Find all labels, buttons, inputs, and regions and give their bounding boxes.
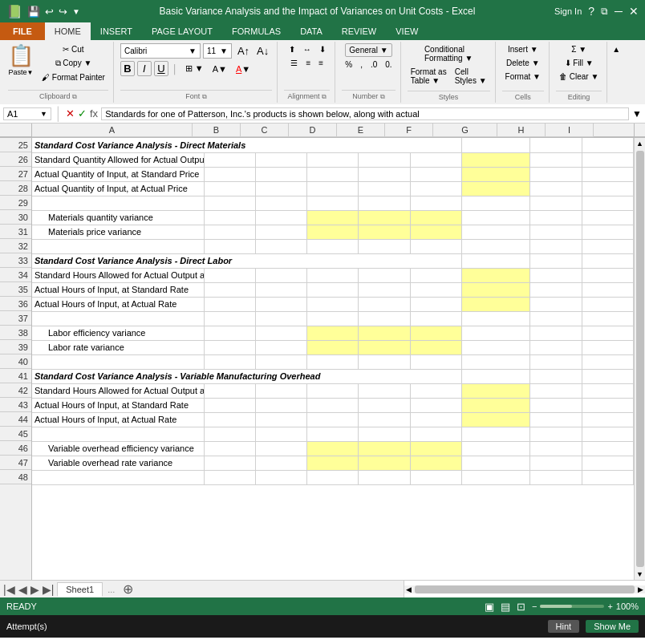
tab-nav-prev[interactable]: ◀ [18,583,27,596]
cell-D47[interactable] [307,456,359,470]
cell-A46[interactable]: Variable overhead efficiency variance [32,441,204,456]
cell-C36[interactable] [255,297,306,311]
cell-I47[interactable] [582,456,633,470]
cell-B43[interactable] [204,398,255,412]
decrease-font-size-button[interactable]: A↓ [254,43,272,59]
cell-E42[interactable] [359,383,410,398]
col-header-G[interactable]: G [433,124,497,137]
cell-G44[interactable] [461,412,530,427]
cell-H31[interactable] [530,225,582,239]
cell-E31[interactable] [359,225,410,239]
paste-button[interactable]: 📋 Paste ▼ [8,43,34,76]
cell-B46[interactable] [204,441,255,456]
fill-color-button[interactable]: A▼ [209,63,230,75]
undo-icon[interactable]: ↩ [45,6,54,18]
cell-D40[interactable] [307,354,359,369]
row-header-35[interactable]: 35 [0,282,31,297]
cell-B30[interactable] [204,210,255,225]
cell-C38[interactable] [255,326,306,340]
cell-I43[interactable] [582,398,633,412]
cell-H38[interactable] [530,326,582,340]
align-top-button[interactable]: ⬆ [286,43,298,55]
cell-B35[interactable] [204,282,255,297]
cell-B45[interactable] [204,427,255,441]
cell-F35[interactable] [410,282,461,297]
cell-F36[interactable] [410,297,461,311]
comma-button[interactable]: , [357,59,366,71]
cell-H47[interactable] [530,456,582,470]
cell-A35[interactable]: Actual Hours of Input, at Standard Rate [32,282,204,297]
zoom-out-button[interactable]: − [532,601,537,611]
cell-H33[interactable] [530,253,582,268]
ribbon-collapse-button[interactable]: ▲ [609,43,623,55]
cell-A32[interactable] [32,239,204,253]
cell-B48[interactable] [204,470,255,484]
cell-B29[interactable] [204,196,255,210]
row-header-42[interactable]: 42 [0,383,31,398]
bold-button[interactable]: B [120,61,135,76]
cell-C42[interactable] [255,383,306,398]
scroll-left-button[interactable]: ◀ [404,585,413,593]
zoom-in-button[interactable]: + [607,601,612,611]
cell-B32[interactable] [204,239,255,253]
cell-F28[interactable] [410,181,461,196]
cell-E34[interactable] [359,268,410,282]
align-right-button[interactable]: ≡ [315,57,327,69]
cell-C31[interactable] [255,225,306,239]
number-format-selector[interactable]: General ▼ [345,43,391,57]
cell-D38[interactable] [307,326,359,340]
row-header-30[interactable]: 30 [0,210,31,225]
cell-G28[interactable] [461,181,530,196]
cell-E30[interactable] [359,210,410,225]
cell-F32[interactable] [410,239,461,253]
cell-A27[interactable]: Actual Quantity of Input, at Standard Pr… [32,167,204,181]
tab-review[interactable]: REVIEW [332,22,386,40]
restore-icon[interactable]: ⧉ [601,6,608,17]
cell-A41[interactable]: Standard Cost Variance Analysis - Variab… [32,369,461,383]
cell-I32[interactable] [582,239,633,253]
cell-F37[interactable] [410,311,461,326]
font-color-button[interactable]: A▼ [233,63,254,75]
row-header-40[interactable]: 40 [0,354,31,369]
cell-C44[interactable] [255,412,306,427]
align-left-button[interactable]: ☰ [287,57,301,69]
row-header-38[interactable]: 38 [0,326,31,340]
cell-A44[interactable]: Actual Hours of Input, at Actual Rate [32,412,204,427]
tab-home[interactable]: HOME [45,22,91,40]
cell-B47[interactable] [204,456,255,470]
col-header-B[interactable]: B [193,124,241,137]
cell-I37[interactable] [582,311,633,326]
cell-E36[interactable] [359,297,410,311]
cell-E37[interactable] [359,311,410,326]
cell-I34[interactable] [582,268,633,282]
tab-formulas[interactable]: FORMULAS [222,22,290,40]
cell-A39[interactable]: Labor rate variance [32,340,204,354]
cell-D39[interactable] [307,340,359,354]
cell-A30[interactable]: Materials quantity variance [32,210,204,225]
cell-F29[interactable] [410,196,461,210]
row-header-34[interactable]: 34 [0,268,31,282]
cell-C40[interactable] [255,354,306,369]
cell-C45[interactable] [255,427,306,441]
cell-H27[interactable] [530,167,582,181]
cell-E47[interactable] [359,456,410,470]
cell-G48[interactable] [461,470,530,484]
cell-G30[interactable] [461,210,530,225]
cell-H40[interactable] [530,354,582,369]
cell-G31[interactable] [461,225,530,239]
cell-A25[interactable]: Standard Cost Variance Analysis - Direct… [32,138,461,152]
cell-E40[interactable] [359,354,410,369]
cell-reference-box[interactable]: A1 ▼ [3,107,51,120]
cell-E46[interactable] [359,441,410,456]
cell-H39[interactable] [530,340,582,354]
cell-I40[interactable] [582,354,633,369]
cell-A42[interactable]: Standard Hours Allowed for Actual Output… [32,383,204,398]
cell-H32[interactable] [530,239,582,253]
cell-E27[interactable] [359,167,410,181]
cell-H37[interactable] [530,311,582,326]
fill-button[interactable]: ⬇ Fill ▼ [562,57,597,69]
cell-I39[interactable] [582,340,633,354]
cell-G39[interactable] [461,340,530,354]
cell-E29[interactable] [359,196,410,210]
minimize-icon[interactable]: ─ [615,5,623,18]
